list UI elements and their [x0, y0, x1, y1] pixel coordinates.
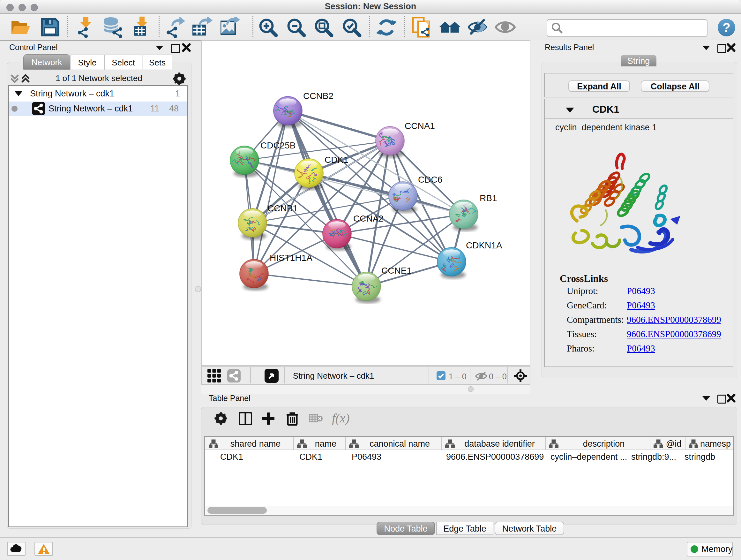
- svg-text:CCNB2: CCNB2: [303, 91, 333, 101]
- svg-text:CCNB1: CCNB1: [267, 203, 298, 213]
- svg-text:CCNA2: CCNA2: [353, 213, 384, 224]
- svg-text:CCNA1: CCNA1: [405, 121, 435, 131]
- svg-text:CCNE1: CCNE1: [381, 266, 412, 275]
- svg-text:CDC6: CDC6: [418, 175, 442, 185]
- svg-text:CDK1: CDK1: [325, 155, 348, 165]
- svg-text:CDKN1A: CDKN1A: [466, 240, 502, 250]
- svg-text:RB1: RB1: [480, 193, 497, 203]
- svg-text:HIST1H1A: HIST1H1A: [270, 253, 313, 263]
- svg-text:CDC25B: CDC25B: [260, 140, 295, 150]
